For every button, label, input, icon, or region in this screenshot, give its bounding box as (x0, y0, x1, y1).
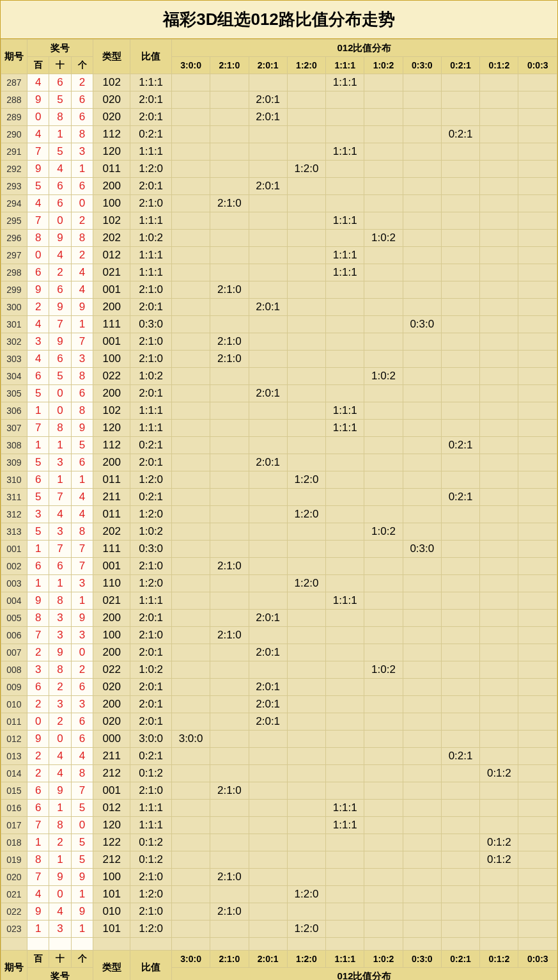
cell: 2 (49, 264, 71, 281)
cell: 0:3:0 (403, 316, 441, 333)
cell: 3 (71, 351, 93, 368)
cell: 4 (71, 264, 93, 281)
table-row: 3115742110:2:10:2:1 (1, 489, 557, 506)
cell: 5 (49, 368, 71, 385)
cell: 3 (49, 610, 71, 627)
cell (171, 575, 210, 592)
cell (441, 368, 479, 385)
cell: 019 (1, 851, 27, 869)
cell: 6 (71, 385, 93, 402)
cell (287, 74, 325, 91)
cell: 7 (49, 316, 71, 333)
cell (480, 368, 518, 385)
cell: 102 (93, 74, 130, 91)
cell: 3 (49, 921, 71, 938)
cell (326, 851, 364, 869)
cell: 0 (49, 886, 71, 903)
cell: 1 (27, 834, 49, 851)
cell: 002 (1, 558, 27, 575)
cell (210, 264, 249, 281)
cell (210, 212, 249, 230)
cell: 5 (27, 489, 49, 506)
cell (441, 558, 479, 575)
table-row: 0214011011:2:01:2:0 (1, 886, 557, 903)
cell: 2:0:1 (249, 178, 287, 195)
cell: 0 (71, 644, 93, 661)
cell: 0 (27, 247, 49, 264)
cell (441, 212, 479, 230)
cell: 2:0:1 (130, 454, 172, 471)
cell: 012 (93, 800, 130, 817)
cell: 2:1:0 (130, 558, 172, 575)
cell (480, 696, 518, 713)
cell (403, 91, 441, 109)
cell (403, 230, 441, 247)
cell: 7 (27, 817, 49, 834)
cell (480, 281, 518, 299)
cell: 122 (93, 834, 130, 851)
cell (403, 385, 441, 402)
cell: 4 (49, 161, 71, 178)
cell (210, 696, 249, 713)
cell: 022 (93, 661, 130, 679)
cell (480, 126, 518, 143)
cell: 0 (49, 385, 71, 402)
cell (403, 851, 441, 869)
cell (441, 851, 479, 869)
cell (441, 230, 479, 247)
cell (480, 506, 518, 523)
cell (480, 178, 518, 195)
cell (287, 264, 325, 281)
cell: 1:1:1 (130, 800, 172, 817)
cell (403, 921, 441, 938)
cell: 7 (27, 869, 49, 886)
cell: 1 (49, 575, 71, 592)
cell: 005 (1, 610, 27, 627)
table-row: 0058392002:0:12:0:1 (1, 610, 557, 627)
cell: 296 (1, 230, 27, 247)
cell (171, 281, 210, 299)
cell: 2:1:0 (130, 351, 172, 368)
cell (403, 143, 441, 161)
cell: 1:1:1 (130, 264, 172, 281)
cell: 6 (27, 782, 49, 800)
cell (326, 765, 364, 782)
cell: 2 (49, 834, 71, 851)
cell: 1 (27, 402, 49, 420)
cell: 211 (93, 748, 130, 765)
cell (441, 195, 479, 212)
cell (441, 592, 479, 610)
cell (480, 454, 518, 471)
cell (287, 661, 325, 679)
header-cell: 2:1:0 (210, 951, 249, 968)
cell: 211 (93, 489, 130, 506)
cell: 8 (49, 420, 71, 437)
cell (210, 506, 249, 523)
cell (403, 126, 441, 143)
cell (171, 368, 210, 385)
cell (326, 91, 364, 109)
table-row: 0026670012:1:02:1:0 (1, 558, 557, 575)
cell (441, 834, 479, 851)
header-cell: 012比值分布 (171, 968, 557, 981)
cell: 6 (71, 109, 93, 126)
cell (287, 316, 325, 333)
cell (364, 541, 403, 558)
cell (287, 523, 325, 541)
cell: 9 (27, 903, 49, 921)
cell: 200 (93, 299, 130, 316)
cell (210, 713, 249, 731)
cell: 2:0:1 (130, 644, 172, 661)
cell: 021 (1, 886, 27, 903)
cell: 3 (71, 575, 93, 592)
cell (249, 592, 287, 610)
cell: 2:0:1 (249, 299, 287, 316)
cell: 7 (71, 782, 93, 800)
cell (326, 281, 364, 299)
cell: 5 (71, 437, 93, 454)
cell (249, 368, 287, 385)
cell: 313 (1, 523, 27, 541)
cell (326, 523, 364, 541)
cell: 1:1:1 (130, 74, 172, 91)
cell: 6 (49, 178, 71, 195)
